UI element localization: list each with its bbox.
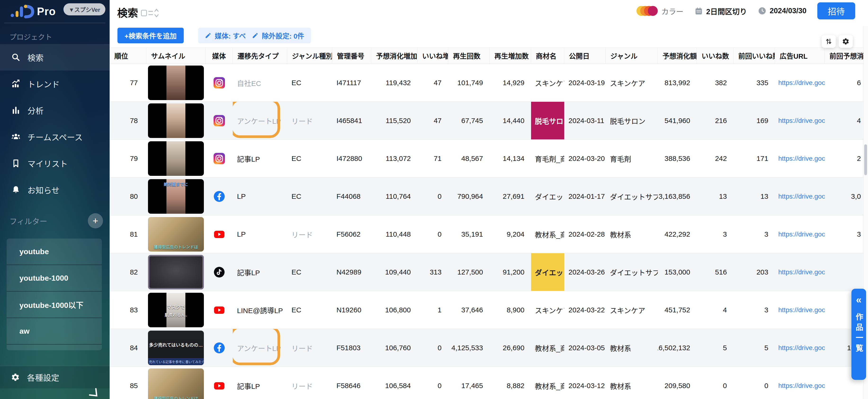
table-row: 78アンケートLPリードI465841115,5204767,74514,440… bbox=[110, 102, 868, 140]
sidebar-item-team[interactable]: チームスペース bbox=[0, 124, 110, 150]
video-thumbnail[interactable] bbox=[148, 141, 204, 176]
cell-thumbnail: 獲得型広告のトレンドは bbox=[146, 215, 206, 253]
cell-est-consumption: 153,000 bbox=[658, 253, 697, 291]
sidebar-item-bookmark[interactable]: マイリスト bbox=[0, 150, 110, 176]
column-header: 予想消化増加額 bbox=[371, 47, 417, 64]
cell-est-consumption-increase: 110,448 bbox=[371, 215, 417, 253]
sidebar-item-bell[interactable]: お知らせ bbox=[0, 176, 110, 203]
genre-type-label: リード bbox=[291, 343, 313, 353]
cell-genre: 教材系 bbox=[606, 329, 658, 367]
thumbnail-content bbox=[166, 141, 185, 176]
ad-url-link[interactable]: https://drive.goo bbox=[778, 306, 825, 314]
cell-prev-est-consumption: 3 bbox=[825, 215, 868, 253]
sidebar-item-analytics[interactable]: 分析 bbox=[0, 97, 110, 124]
filter-item[interactable]: youtube-1000 bbox=[7, 265, 102, 292]
cell-product-name: スキンケア bbox=[531, 291, 564, 329]
version-badge[interactable]: ▼スプシVer bbox=[63, 3, 105, 15]
scrollbar-handle[interactable] bbox=[864, 144, 867, 175]
ad-url-link[interactable]: https://drive.goo bbox=[778, 79, 825, 87]
cell-rank: 77 bbox=[110, 64, 146, 102]
cell-play-increase: 8,900 bbox=[490, 291, 531, 329]
video-thumbnail[interactable]: 絶対夏までに bbox=[148, 179, 204, 214]
cell-genre-type: EC bbox=[287, 291, 332, 329]
cell-like-increase: 1 bbox=[417, 291, 448, 329]
sidebar-item-search[interactable]: 検索 bbox=[0, 44, 110, 70]
ad-url-link[interactable]: https://drive.goo bbox=[778, 268, 825, 276]
facebook-icon bbox=[214, 191, 225, 202]
filter-panel: youtubeyoutube-1000youtube-1000以下aw bbox=[7, 238, 102, 350]
cell-ad-url: https://drive.goo bbox=[775, 215, 825, 253]
filter-item[interactable]: youtube-1000以下 bbox=[7, 292, 102, 318]
cell-product-name: スキンケア bbox=[531, 64, 564, 102]
video-thumbnail[interactable]: 多少売れてはいるものの…売れている記事を参考に書いてみたら bbox=[148, 331, 204, 365]
add-filter-button[interactable]: + bbox=[88, 213, 103, 228]
sidebar-item-label: トレンド bbox=[28, 78, 60, 90]
header-controls: カラー 2日間区切り 2024/03/30 招待 bbox=[637, 0, 855, 22]
interval-control[interactable]: 2日間区切り bbox=[694, 6, 747, 16]
youtube-icon bbox=[214, 380, 225, 392]
thumbnail-caption: 獲得型広告のトレンドは bbox=[148, 395, 204, 399]
video-thumbnail[interactable] bbox=[148, 66, 204, 100]
date-control[interactable]: 2024/03/30 bbox=[758, 7, 806, 15]
sidebar-item-trend[interactable]: トレンド bbox=[0, 70, 110, 97]
sort-button[interactable] bbox=[822, 35, 836, 48]
exclude-settings-button[interactable]: 除外設定: 0件 bbox=[245, 28, 311, 43]
thumbnail-caption: 絶対夏までに bbox=[148, 181, 204, 187]
cell-ad-url: https://drive.goo bbox=[775, 140, 825, 177]
video-thumbnail[interactable] bbox=[148, 103, 204, 138]
product-name-label: スキンケア bbox=[531, 291, 564, 329]
cell-rank: 80 bbox=[110, 177, 146, 215]
table-row: 85獲得型広告のトレンドは記事LPリードF58646106,584017,465… bbox=[110, 367, 868, 399]
add-search-condition-button[interactable]: +検索条件を追加 bbox=[118, 28, 184, 43]
ad-url-link[interactable]: https://drive.goo bbox=[778, 155, 825, 162]
column-header: 予想消化額 bbox=[658, 47, 697, 64]
column-header: 再生増加数 bbox=[490, 47, 531, 64]
expand-chevron-icon[interactable] bbox=[88, 387, 101, 399]
pencil-icon bbox=[252, 32, 258, 39]
logo-row: Pro ▼スプシVer bbox=[0, 0, 110, 23]
thumbnail-content bbox=[166, 103, 185, 138]
sidebar-item-settings[interactable]: 各種設定 bbox=[0, 366, 110, 388]
invite-button[interactable]: 招待 bbox=[817, 2, 855, 20]
table-settings-button[interactable] bbox=[839, 35, 853, 48]
video-thumbnail[interactable]: 獲得型広告のトレンドは bbox=[148, 217, 204, 252]
cell-published-date: 2024-03-20 bbox=[564, 140, 606, 177]
filter-item[interactable]: aw bbox=[7, 318, 102, 344]
video-thumbnail[interactable]: 獲得型広告のトレンドは bbox=[148, 368, 204, 399]
clock-icon bbox=[758, 7, 767, 15]
color-legend[interactable]: カラー bbox=[637, 6, 684, 16]
works-list-tab[interactable]: « 作品一覧 bbox=[851, 289, 866, 380]
cell-likes: 0 bbox=[697, 367, 734, 399]
interval-label: 2日間区切り bbox=[706, 6, 747, 16]
bookmark-icon bbox=[11, 158, 21, 168]
product-name-label: スキンケア bbox=[531, 64, 564, 102]
ad-url-link[interactable]: https://drive.goo bbox=[778, 344, 825, 352]
ad-url-link[interactable]: https://drive.goo bbox=[778, 382, 825, 390]
video-thumbnail[interactable] bbox=[148, 255, 204, 290]
cell-transition-type: LP bbox=[233, 177, 287, 215]
column-header: サムネイル bbox=[146, 47, 206, 64]
ad-url-link[interactable]: https://drive.goo bbox=[778, 193, 825, 200]
cell-thumbnail bbox=[146, 102, 206, 139]
cell-transition-type: 記事LP bbox=[233, 253, 287, 291]
ad-url-link[interactable]: https://drive.goo bbox=[778, 117, 825, 125]
cell-like-increase: 313 bbox=[417, 253, 448, 291]
cell-published-date: 2024-01-17 bbox=[564, 177, 606, 215]
cell-product-name: 教材系_商 bbox=[531, 367, 564, 399]
cell-prev-likes: 3 bbox=[734, 215, 775, 253]
cell-est-consumption: 388,536 bbox=[658, 140, 697, 177]
youtube-icon bbox=[214, 304, 225, 316]
cell-play-count: 790,964 bbox=[448, 177, 490, 215]
video-thumbnail[interactable]: マスクで肌荒れる人.. bbox=[148, 293, 204, 327]
app-window: Pro ▼スプシVer プロジェクト 検索トレンド分析チームスペースマイリストお… bbox=[0, 0, 868, 399]
column-header: 順位 bbox=[110, 47, 146, 64]
ad-url-link[interactable]: https://drive.goo bbox=[778, 231, 825, 238]
trend-icon bbox=[11, 79, 21, 89]
cell-like-increase: 47 bbox=[417, 64, 448, 102]
product-name-label: 教材系_商 bbox=[531, 329, 564, 367]
cell-product-name: 教材系_商 bbox=[531, 329, 564, 367]
genre-type-label: EC bbox=[291, 155, 302, 163]
view-toggle-sort-icon[interactable] bbox=[141, 7, 160, 19]
transition-type-label: アンケートLP bbox=[237, 343, 281, 353]
filter-item[interactable]: youtube bbox=[7, 238, 102, 265]
